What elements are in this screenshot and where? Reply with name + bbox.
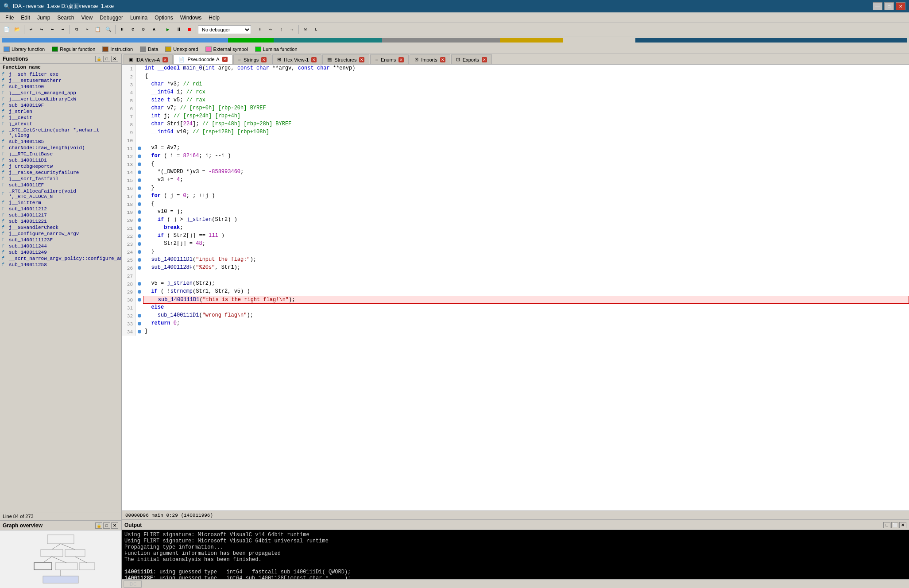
list-item[interactable]: fsub_140011244 xyxy=(0,243,121,249)
list-item[interactable]: fj___vcrt_LoadLibraryExW xyxy=(0,96,121,102)
menu-help[interactable]: Help xyxy=(205,14,223,22)
list-item[interactable]: fsub_14001190 xyxy=(0,84,121,90)
output-tab-idc[interactable]: IDC xyxy=(124,580,142,588)
output-lock-btn[interactable]: □ xyxy=(883,522,890,528)
list-item[interactable]: f_RTC_AllocaFailure(void *,_RTC_ALLOCA_N xyxy=(0,188,121,200)
panel-float-btn[interactable]: □ xyxy=(103,56,110,62)
list-item[interactable]: fj__initterm xyxy=(0,200,121,206)
maximize-button[interactable]: □ xyxy=(884,2,894,10)
new-btn[interactable]: 📄 xyxy=(2,25,12,35)
code-area[interactable]: 1 int __cdecl main_0(int argc, const cha… xyxy=(122,65,909,511)
line-dot xyxy=(136,89,143,97)
output-close-btn[interactable]: ✕ xyxy=(899,522,906,528)
find-btn[interactable]: 🔍 xyxy=(104,25,113,35)
run-btn[interactable]: ▶ xyxy=(163,25,173,35)
watch-btn[interactable]: W xyxy=(301,25,310,35)
list-item[interactable]: fj_strlen xyxy=(0,108,121,115)
menu-view[interactable]: View xyxy=(77,14,96,22)
cut-btn[interactable]: ✂ xyxy=(82,25,92,35)
code-btn[interactable]: C xyxy=(128,25,138,35)
tab-strings[interactable]: ≡ Strings ✕ xyxy=(233,54,272,64)
menu-debugger[interactable]: Debugger xyxy=(96,14,127,22)
menu-search[interactable]: Search xyxy=(54,14,77,22)
list-item[interactable]: fsub_140011221 xyxy=(0,218,121,224)
fn-list[interactable]: fj__seh_filter_exe fj___setusermatherr f… xyxy=(0,71,121,512)
tab-pseudocode[interactable]: 📄 Pseudocode-A ✕ xyxy=(174,54,232,64)
step-into[interactable]: ⬇ xyxy=(255,25,265,35)
menu-edit[interactable]: Edit xyxy=(17,14,34,22)
fn-name: sub_140011217 xyxy=(9,213,47,218)
list-item[interactable]: fsub_140011217 xyxy=(0,212,121,218)
paste-btn[interactable]: 📋 xyxy=(93,25,103,35)
list-item[interactable]: fsub_1400119F xyxy=(0,102,121,108)
fn-name: sub_1400111123F xyxy=(9,237,53,243)
list-item[interactable]: fj__cexit xyxy=(0,115,121,121)
graph-lock-btn[interactable]: 🔒 xyxy=(95,522,102,529)
close-button[interactable]: ✕ xyxy=(896,2,905,10)
list-item[interactable]: fj__raise_securityfailure xyxy=(0,170,121,176)
tab-hex-close[interactable]: ✕ xyxy=(311,57,317,62)
menu-jump[interactable]: Jump xyxy=(34,14,54,22)
hex-btn[interactable]: H xyxy=(117,25,127,35)
local-btn[interactable]: L xyxy=(311,25,321,35)
minimize-button[interactable]: — xyxy=(873,2,882,10)
copy-btn[interactable]: ⧉ xyxy=(72,25,81,35)
tab-exports[interactable]: ⊡ Exports ✕ xyxy=(451,54,492,64)
panel-close-btn[interactable]: ✕ xyxy=(111,56,118,62)
open-btn[interactable]: 📂 xyxy=(12,25,22,35)
tab-enums[interactable]: ≡ Enums ✕ xyxy=(370,54,409,64)
step-out[interactable]: ↑ xyxy=(276,25,286,35)
tab-exports-close[interactable]: ✕ xyxy=(482,57,487,62)
undo-btn[interactable]: ↩ xyxy=(26,25,36,35)
list-item[interactable]: fcharNode::raw_length(void) xyxy=(0,145,121,151)
list-item[interactable]: fj___setusermatherr xyxy=(0,77,121,84)
tab-imports-close[interactable]: ✕ xyxy=(440,57,445,62)
list-item[interactable]: fsub_140011249 xyxy=(0,249,121,255)
tab-pseudo-close[interactable]: ✕ xyxy=(222,57,228,62)
stop-btn[interactable]: ⏹ xyxy=(184,25,194,35)
tab-structures[interactable]: ▤ Structures ✕ xyxy=(322,54,369,64)
list-item[interactable]: fj___scrt_fastfail xyxy=(0,176,121,182)
menu-file[interactable]: File xyxy=(2,14,17,22)
graph-svg xyxy=(16,533,105,586)
output-float-btn[interactable]: ⬜ xyxy=(891,522,898,528)
redo-btn[interactable]: ↪ xyxy=(37,25,46,35)
ascii-btn[interactable]: A xyxy=(149,25,159,35)
tab-imports[interactable]: ⊡ Imports ✕ xyxy=(410,54,450,64)
pause-btn[interactable]: ⏸ xyxy=(174,25,183,35)
data-btn[interactable]: D xyxy=(139,25,148,35)
list-item[interactable]: fsub_1400111D1 xyxy=(0,157,121,163)
run-to[interactable]: → xyxy=(287,25,297,35)
menu-options[interactable]: Options xyxy=(151,14,176,22)
list-item[interactable]: fj_CrtDbgReportW xyxy=(0,163,121,170)
list-item[interactable]: fj__seh_filter_exe xyxy=(0,71,121,77)
tab-enums-close[interactable]: ✕ xyxy=(398,57,404,62)
list-item[interactable]: fj__configure_narrow_argv xyxy=(0,231,121,237)
list-item[interactable]: fj__RTC_InitBase xyxy=(0,151,121,157)
list-item[interactable]: fsub_140011258 xyxy=(0,262,121,268)
list-item[interactable]: fj_atexit xyxy=(0,121,121,127)
list-item[interactable]: fsub_140011B5 xyxy=(0,139,121,145)
list-item[interactable]: fj___scrt_is_managed_app xyxy=(0,90,121,96)
tab-struct-close[interactable]: ✕ xyxy=(359,57,364,62)
step-over[interactable]: ↷ xyxy=(266,25,275,35)
output-content[interactable]: Using FLIRT signature: Microsoft VisualC… xyxy=(122,530,909,579)
forward-btn[interactable]: ➡ xyxy=(58,25,68,35)
panel-lock-btn[interactable]: 🔒 xyxy=(95,56,102,62)
graph-close-btn[interactable]: ✕ xyxy=(111,522,118,529)
menu-windows[interactable]: Windows xyxy=(177,14,205,22)
list-item[interactable]: fsub_140011212 xyxy=(0,206,121,212)
menu-lumina[interactable]: Lumina xyxy=(127,14,151,22)
debugger-select[interactable]: No debugger xyxy=(198,25,251,34)
tab-ida-view[interactable]: ▣ IDA View-A ✕ xyxy=(124,54,173,64)
back-btn[interactable]: ⬅ xyxy=(47,25,57,35)
list-item[interactable]: fsub_140011EF xyxy=(0,182,121,188)
list-item[interactable]: f__scrt_narrow_argv_policy::configure_ar xyxy=(0,255,121,262)
tab-strings-close[interactable]: ✕ xyxy=(261,57,267,62)
list-item[interactable]: fsub_1400111123F xyxy=(0,237,121,243)
tab-hex[interactable]: ⊞ Hex View-1 ✕ xyxy=(272,54,321,64)
graph-float-btn[interactable]: □ xyxy=(103,522,110,529)
tab-ida-close[interactable]: ✕ xyxy=(162,57,168,62)
list-item[interactable]: f_RTC_GetSrcLine(uchar *,wchar_t *,ulong xyxy=(0,127,121,139)
list-item[interactable]: fj__GSHandlerCheck xyxy=(0,224,121,231)
